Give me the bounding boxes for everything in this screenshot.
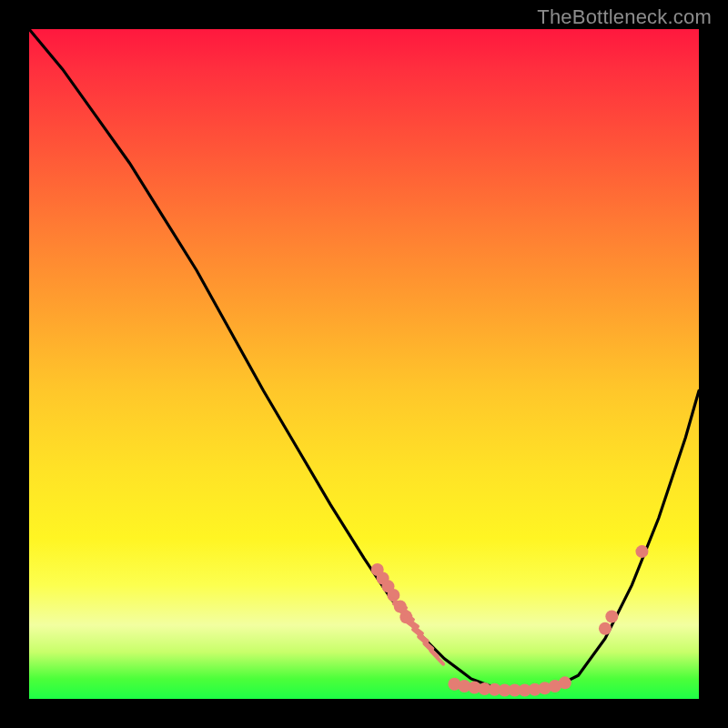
- watermark-text: TheBottleneck.com: [537, 5, 712, 29]
- marker-dot: [559, 676, 571, 689]
- curve-markers: [371, 545, 649, 696]
- marker-dot: [635, 545, 648, 558]
- plot-area: [29, 29, 699, 699]
- chart-svg: [29, 29, 699, 699]
- bottleneck-curve: [29, 29, 699, 693]
- marker-dot: [599, 622, 612, 635]
- marker-dot: [605, 610, 618, 622]
- chart-frame: TheBottleneck.com: [0, 0, 728, 728]
